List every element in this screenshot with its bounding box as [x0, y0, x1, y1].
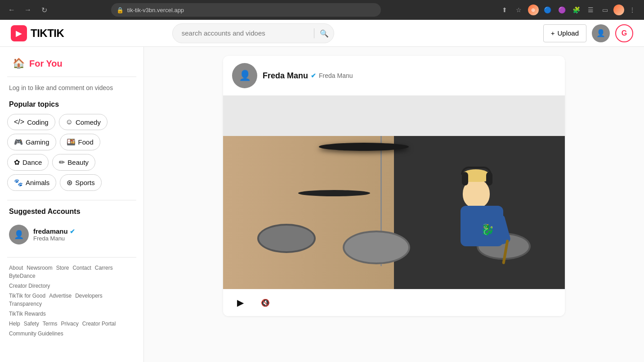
suggested-account-fredamanu[interactable]: 👤 fredamanu ✔ Freda Manu [7, 221, 136, 248]
refresh-button[interactable]: ↻ [38, 4, 50, 16]
drum-kit-visual: 🐉 [223, 136, 565, 289]
footer-link-developers[interactable]: Developers [75, 293, 103, 299]
cast-icon[interactable]: ▭ [599, 4, 612, 16]
logo[interactable]: ▶ TIKTIK [11, 25, 64, 41]
footer-link-tiktik-good[interactable]: TikTik for Good [9, 293, 45, 299]
topic-chip-comedy[interactable]: ☺ Comedy [59, 114, 107, 130]
video-card: 👤 Freda Manu ✔ Freda Manu [223, 56, 565, 316]
footer-link-about[interactable]: About [9, 265, 23, 271]
sidebar: 🏠 For You Log in to like and comment on … [0, 47, 144, 362]
footer-link-help[interactable]: Help [9, 321, 20, 327]
topic-label-gaming: Gaming [26, 138, 49, 146]
topic-chip-beauty[interactable]: ✏ Beauty [52, 154, 95, 171]
footer-link-transparency[interactable]: Transparency [9, 301, 42, 307]
extension-icon-2[interactable]: 🔵 [541, 4, 554, 16]
footer-link-creator-directory[interactable]: Creator Directory [9, 283, 50, 289]
extensions-icon[interactable]: 🧩 [570, 4, 583, 16]
footer-link-advertise[interactable]: Advertise [49, 293, 72, 299]
topic-label-animals: Animals [26, 179, 49, 186]
tab-list-icon[interactable]: ☰ [585, 4, 597, 16]
search-input[interactable] [172, 23, 334, 43]
upload-label: Upload [557, 29, 579, 37]
creator-verified-badge: ✔ [311, 72, 316, 79]
footer-link-safety[interactable]: Safety [24, 321, 39, 327]
topic-label-comedy: Comedy [76, 118, 101, 126]
topic-label-dance: Dance [22, 158, 42, 166]
headphone-band [461, 167, 492, 175]
footer-link-newsroom[interactable]: Newsroom [27, 265, 52, 271]
video-frame[interactable]: 🐉 [223, 136, 565, 289]
logo-text: TIKTIK [31, 27, 64, 40]
footer-link-creator-portal[interactable]: Creator Portal [82, 321, 116, 327]
avatar-placeholder: 👤 [596, 29, 605, 37]
user-avatar[interactable]: 👤 [592, 24, 610, 42]
chrome-icon: ⊕ [528, 5, 539, 15]
footer-row-2: Creator Directory [9, 283, 134, 289]
footer-link-terms[interactable]: Terms [43, 321, 58, 327]
footer-link-rewards[interactable]: TikTik Rewards [9, 311, 46, 317]
footer-link-community[interactable]: Community Guidelines [9, 330, 63, 337]
topic-chip-gaming[interactable]: 🎮 Gaming [7, 134, 56, 150]
search-container: 🔍 [172, 23, 334, 43]
account-display-name-fredamanu: Freda Manu [33, 235, 134, 242]
mid-cymbal [298, 190, 370, 196]
footer-link-privacy[interactable]: Privacy [61, 321, 78, 327]
topic-chip-animals[interactable]: 🐾 Animals [7, 174, 56, 191]
footer-link-bytedance[interactable]: ByteDance [9, 273, 36, 279]
sidebar-item-for-you[interactable]: 🏠 For You [7, 54, 136, 73]
video-card-header: 👤 Freda Manu ✔ Freda Manu [223, 56, 565, 95]
video-container: 🐉 [223, 95, 565, 289]
avatar-image-placeholder: 👤 [14, 230, 24, 240]
footer-link-contact[interactable]: Contact [72, 265, 91, 271]
footer-link-store[interactable]: Store [56, 265, 69, 271]
browser-chrome: ← → ↻ 🔒 tik-tik-v3bn.vercel.app ⬆ ☆ ⊕ 🔵 … [0, 0, 644, 20]
share-icon[interactable]: ⬆ [498, 4, 511, 16]
address-bar[interactable]: 🔒 tik-tik-v3bn.vercel.app [111, 3, 381, 17]
topic-label-sports: Sports [75, 179, 94, 186]
search-divider [314, 28, 314, 38]
footer-link-careers[interactable]: Carrers [95, 265, 113, 271]
topic-chip-food[interactable]: 🍱 Food [60, 134, 100, 150]
footer-row-1: About Newsroom Store Contact Carrers Byt… [9, 265, 134, 279]
creator-avatar[interactable]: 👤 [232, 63, 257, 88]
extension-icon-1[interactable]: ⊕ [527, 4, 540, 16]
floor-bg [223, 136, 394, 289]
topics-grid: </> Coding ☺ Comedy 🎮 Gaming 🍱 Food ✿ Da… [7, 114, 136, 191]
account-avatar-fredamanu: 👤 [9, 225, 29, 244]
creator-info: Freda Manu ✔ Freda Manu [263, 71, 353, 81]
for-you-label: For You [29, 59, 63, 69]
sweater-logo: 🐉 [481, 223, 494, 236]
play-button[interactable]: ▶ [232, 294, 248, 311]
forward-button[interactable]: → [22, 4, 34, 16]
dance-icon: ✿ [14, 158, 20, 167]
creator-name: Freda Manu [263, 71, 308, 81]
extension-icon-3[interactable]: 🟣 [556, 4, 568, 16]
food-icon: 🍱 [67, 138, 76, 146]
mute-button[interactable]: 🔇 [257, 294, 273, 311]
back-button[interactable]: ← [5, 4, 18, 16]
upload-button[interactable]: + Upload [543, 24, 586, 42]
content-area: 👤 Freda Manu ✔ Freda Manu [144, 47, 644, 362]
animals-icon: 🐾 [14, 178, 23, 187]
topic-label-food: Food [78, 138, 94, 146]
coding-icon: </> [14, 118, 24, 126]
verified-badge-fredamanu: ✔ [70, 228, 75, 235]
gaming-icon: 🎮 [14, 138, 23, 146]
topic-chip-coding[interactable]: </> Coding [7, 114, 55, 130]
account-info-fredamanu: fredamanu ✔ Freda Manu [33, 227, 134, 242]
creator-name-row: Freda Manu ✔ Freda Manu [263, 71, 353, 81]
browser-profile-avatar[interactable] [613, 5, 624, 15]
notification-button[interactable]: G [615, 24, 633, 42]
app-header: ▶ TIKTIK 🔍 + Upload 👤 G [0, 20, 644, 47]
home-icon: 🏠 [13, 58, 25, 69]
video-controls: ▶ 🔇 [223, 289, 565, 316]
footer-row-3: TikTik for Good Advertise Developers Tra… [9, 293, 134, 307]
topic-chip-dance[interactable]: ✿ Dance [7, 154, 49, 171]
search-icon[interactable]: 🔍 [320, 29, 329, 37]
bookmark-icon[interactable]: ☆ [513, 4, 525, 16]
more-menu-icon[interactable]: ⋮ [626, 4, 639, 16]
topic-chip-sports[interactable]: ⊛ Sports [60, 174, 101, 191]
footer-row-4: TikTik Rewards [9, 311, 134, 317]
top-cymbal [319, 143, 409, 151]
header-right: + Upload 👤 G [543, 24, 633, 42]
